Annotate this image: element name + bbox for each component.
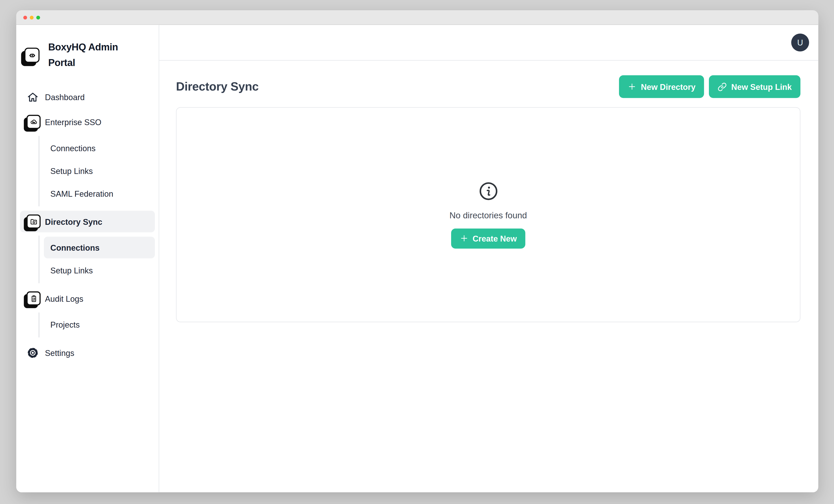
sidebar-subnav-directory-sync: Connections Setup Links (38, 236, 155, 283)
button-label: New Setup Link (731, 82, 792, 91)
close-window-button[interactable] (23, 15, 27, 19)
folder-sync-icon (26, 215, 41, 228)
page-actions: New Directory New Setup Link (619, 75, 800, 98)
screen: BoxyHQ Admin Portal Dashboard (0, 0, 834, 504)
sidebar-item-label: Connections (50, 143, 96, 152)
plus-icon (628, 82, 637, 91)
home-icon (24, 91, 41, 103)
sidebar-item-label: Connections (50, 243, 100, 252)
sidebar-item-enterprise-sso[interactable]: Enterprise SSO (20, 111, 155, 133)
app-body: BoxyHQ Admin Portal Dashboard (16, 25, 818, 492)
sidebar-subnav-enterprise-sso: Connections Setup Links SAML Federation (38, 136, 155, 206)
info-icon (479, 181, 498, 203)
sidebar-item-sso-connections[interactable]: Connections (44, 137, 155, 158)
gear-icon (24, 346, 41, 359)
sidebar-item-saml-federation[interactable]: SAML Federation (44, 182, 155, 204)
avatar-initial: U (797, 38, 803, 47)
sidebar-item-projects[interactable]: Projects (44, 313, 155, 335)
main-content: Directory Sync New Directory (159, 61, 818, 492)
sidebar-nav: Dashboard (16, 86, 159, 363)
user-avatar[interactable]: U (791, 34, 809, 51)
new-setup-link-button[interactable]: New Setup Link (709, 75, 800, 98)
sidebar-subnav-audit-logs: Projects (38, 312, 155, 337)
sidebar-item-settings[interactable]: Settings (20, 342, 155, 363)
cloud-key-icon (26, 115, 41, 129)
sidebar-item-sso-setup-links[interactable]: Setup Links (44, 160, 155, 181)
page-header: Directory Sync New Directory (176, 75, 800, 98)
page-title: Directory Sync (176, 80, 259, 94)
sidebar-item-label: Setup Links (50, 266, 93, 275)
top-header: U (159, 25, 818, 61)
maximize-window-button[interactable] (36, 15, 40, 19)
link-icon (718, 82, 727, 91)
app-window: BoxyHQ Admin Portal Dashboard (16, 10, 818, 492)
sidebar-item-label: Enterprise SSO (45, 117, 102, 127)
sidebar-item-label: Dashboard (45, 92, 85, 102)
app-logo[interactable]: BoxyHQ Admin Portal (16, 25, 159, 71)
button-label: Create New (473, 234, 517, 243)
sidebar-item-label: Projects (50, 320, 80, 329)
code-icon (24, 48, 40, 63)
sidebar: BoxyHQ Admin Portal Dashboard (16, 25, 159, 492)
button-label: New Directory (641, 82, 696, 91)
sidebar-item-label: Audit Logs (45, 294, 83, 303)
empty-state-message: No directories found (449, 210, 527, 220)
new-directory-button[interactable]: New Directory (619, 75, 704, 98)
sidebar-item-dsync-setup-links[interactable]: Setup Links (44, 259, 155, 281)
minimize-window-button[interactable] (30, 15, 34, 19)
app-title: BoxyHQ Admin Portal (48, 40, 123, 71)
create-new-button[interactable]: Create New (451, 228, 525, 248)
sidebar-item-label: Settings (45, 348, 74, 357)
sidebar-item-label: SAML Federation (50, 189, 113, 198)
directories-empty-card: No directories found Create New (176, 107, 800, 322)
sidebar-item-label: Setup Links (50, 166, 93, 175)
sidebar-item-label: Directory Sync (45, 217, 102, 226)
plus-icon (460, 234, 468, 243)
clipboard-check-icon (26, 291, 41, 306)
main-column: U Directory Sync (159, 25, 818, 492)
sidebar-item-directory-sync[interactable]: Directory Sync (20, 211, 155, 233)
sidebar-item-dsync-connections[interactable]: Connections (44, 237, 155, 258)
sidebar-item-dashboard[interactable]: Dashboard (20, 86, 155, 108)
window-titlebar (16, 10, 818, 25)
sidebar-item-audit-logs[interactable]: Audit Logs (20, 288, 155, 309)
